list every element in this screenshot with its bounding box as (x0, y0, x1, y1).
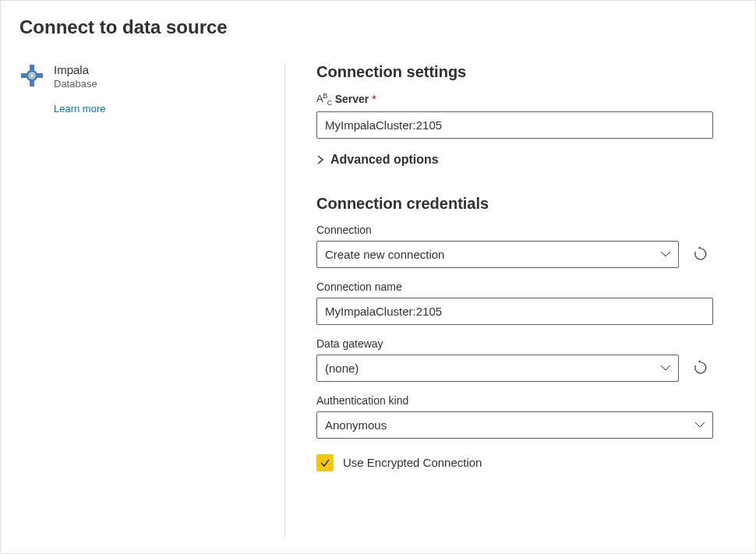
auth-select[interactable]: Anonymous (316, 411, 713, 439)
server-input[interactable] (316, 111, 713, 139)
refresh-icon (693, 360, 708, 376)
encrypted-checkbox-row: Use Encrypted Connection (316, 454, 713, 471)
source-name: Impala (54, 63, 266, 76)
connection-name-input[interactable] (316, 298, 713, 325)
connection-settings-heading: Connection settings (316, 63, 713, 81)
gateway-field-row: (none) (316, 355, 713, 382)
auth-select-wrap: Anonymous (316, 411, 713, 439)
learn-more-wrap: Learn more (54, 102, 266, 115)
encrypted-checkbox[interactable] (316, 454, 334, 471)
gateway-select-wrap: (none) (316, 355, 679, 382)
server-field: ABC Server * (316, 92, 713, 139)
advanced-options-toggle[interactable]: Advanced options (316, 153, 713, 167)
dialog-root: Connect to data source Impala Database (0, 0, 756, 554)
connection-name-label: Connection name (316, 281, 713, 293)
impala-icon (19, 63, 44, 88)
connection-credentials-heading: Connection credentials (316, 195, 713, 213)
auth-field: Authentication kind Anonymous (316, 394, 713, 439)
sidebar: Impala Database Learn more (19, 63, 284, 538)
source-type: Database (54, 78, 266, 90)
gateway-label: Data gateway (316, 337, 713, 350)
encrypted-label: Use Encrypted Connection (343, 456, 482, 469)
connection-field: Connection Create new connection (316, 224, 713, 268)
connection-select-wrap: Create new connection (316, 241, 679, 268)
auth-label: Authentication kind (316, 394, 713, 407)
page-title: Connect to data source (19, 16, 737, 38)
chevron-right-icon (316, 155, 324, 164)
source-text: Impala Database (54, 63, 266, 90)
svg-point-5 (30, 73, 34, 78)
main-panel: Connection settings ABC Server * Advance… (284, 63, 737, 538)
text-type-icon: ABC (316, 92, 332, 107)
content-area: Impala Database Learn more Connection se… (19, 63, 737, 538)
gateway-field: Data gateway (none) (316, 337, 713, 382)
selected-source: Impala Database (19, 63, 266, 90)
connection-select[interactable]: Create new connection (316, 241, 679, 268)
connection-label: Connection (316, 224, 713, 236)
connection-name-field: Connection name (316, 281, 713, 325)
server-label: Server (335, 93, 369, 105)
advanced-options-label: Advanced options (330, 153, 439, 167)
gateway-select[interactable]: (none) (316, 355, 679, 382)
required-mark: * (372, 93, 376, 105)
refresh-gateway-button[interactable] (688, 355, 713, 380)
learn-more-link[interactable]: Learn more (54, 103, 105, 115)
server-label-row: ABC Server * (316, 92, 713, 107)
refresh-icon (693, 246, 708, 262)
refresh-connection-button[interactable] (688, 242, 713, 266)
connection-field-row: Create new connection (316, 241, 713, 268)
checkmark-icon (320, 457, 330, 468)
